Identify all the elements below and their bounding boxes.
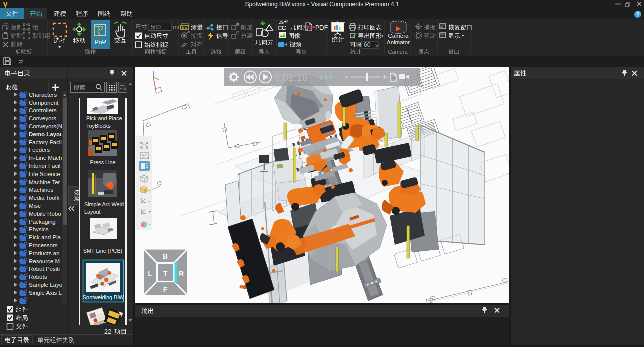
svg-text:Controllers: Controllers bbox=[29, 107, 57, 113]
svg-text:Camera: Camera bbox=[388, 33, 409, 39]
svg-text:Component: Component bbox=[29, 100, 59, 106]
svg-text:Misc: Misc bbox=[29, 203, 41, 209]
svg-text:Machines: Machines bbox=[29, 187, 53, 193]
svg-text:L: L bbox=[148, 270, 152, 278]
svg-text:60: 60 bbox=[364, 41, 371, 48]
svg-text:Conveyors(N: Conveyors(N bbox=[29, 123, 62, 129]
svg-text:Products an: Products an bbox=[29, 250, 59, 256]
svg-text:Robot Positi: Robot Positi bbox=[29, 266, 60, 272]
svg-text:Machine Ter: Machine Ter bbox=[29, 179, 60, 185]
svg-text:Single Axis L: Single Axis L bbox=[29, 290, 62, 296]
svg-text:Demo Layou: Demo Layou bbox=[29, 131, 63, 137]
svg-text:In-Line Mach: In-Line Mach bbox=[29, 155, 62, 161]
svg-text:R: R bbox=[179, 270, 184, 278]
svg-text:Factory Facil: Factory Facil bbox=[29, 139, 62, 145]
svg-text:PDF: PDF bbox=[315, 24, 328, 31]
svg-text:Layout: Layout bbox=[84, 209, 100, 215]
svg-text:Characters: Characters bbox=[29, 92, 57, 98]
svg-text:Feeders: Feeders bbox=[29, 147, 50, 153]
svg-text:Life Science: Life Science bbox=[29, 171, 60, 177]
svg-text:22: 22 bbox=[104, 328, 111, 335]
svg-text:0:01:18: 0:01:18 bbox=[274, 72, 308, 83]
svg-text:Press Line: Press Line bbox=[90, 159, 115, 165]
svg-text:x 4.4: x 4.4 bbox=[319, 74, 333, 80]
svg-text:F: F bbox=[163, 286, 168, 294]
svg-text:s: s bbox=[375, 42, 378, 48]
svg-text:ToyBlocks: ToyBlocks bbox=[86, 123, 111, 129]
svg-text:500: 500 bbox=[151, 24, 161, 31]
svg-text:Media Toolk: Media Toolk bbox=[29, 195, 59, 201]
svg-text:Simple Arc Weld: Simple Arc Weld bbox=[84, 201, 124, 207]
svg-text:Processors: Processors bbox=[29, 242, 58, 248]
svg-text:?: ? bbox=[636, 12, 639, 17]
svg-text:PnP: PnP bbox=[94, 39, 106, 46]
svg-text:Conveyors: Conveyors bbox=[29, 115, 56, 121]
svg-text:Robots: Robots bbox=[29, 274, 47, 280]
svg-text:Camera: Camera bbox=[388, 49, 408, 55]
svg-text:Mobile Robo: Mobile Robo bbox=[29, 211, 61, 217]
svg-text:Sample Layo: Sample Layo bbox=[29, 282, 62, 288]
svg-text:Spotwelding BiW: Spotwelding BiW bbox=[83, 294, 124, 300]
svg-text:T: T bbox=[163, 270, 168, 278]
svg-text:Pick and Pla: Pick and Pla bbox=[29, 234, 61, 240]
svg-text:Physics: Physics bbox=[29, 226, 49, 232]
svg-text:Animator: Animator bbox=[387, 39, 410, 45]
svg-text:Pick and Place: Pick and Place bbox=[86, 115, 122, 121]
svg-text:Packaging: Packaging bbox=[29, 219, 56, 225]
svg-text:B: B bbox=[163, 252, 168, 260]
svg-text:PDF: PDF bbox=[307, 25, 315, 30]
svg-text:Resource M: Resource M bbox=[29, 258, 60, 264]
svg-text:SMT Line (PCB): SMT Line (PCB) bbox=[83, 248, 122, 254]
svg-text:Spotwelding BiW.vcmx - Visual: Spotwelding BiW.vcmx - Visual Components… bbox=[245, 1, 399, 8]
svg-text:Interior Facil: Interior Facil bbox=[29, 163, 60, 169]
